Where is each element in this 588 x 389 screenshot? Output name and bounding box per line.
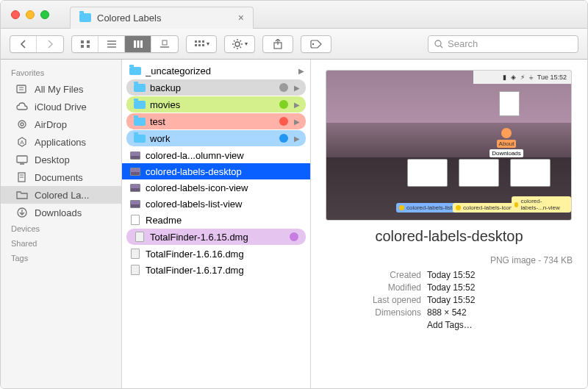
file-icon xyxy=(129,215,141,224)
file-item[interactable]: backup▶ xyxy=(126,79,306,96)
apps-icon: A xyxy=(15,136,29,148)
sidebar-item-documents[interactable]: Documents xyxy=(1,168,121,186)
close-tab-icon[interactable]: × xyxy=(238,12,244,24)
icon-view-button[interactable] xyxy=(72,36,98,52)
file-item[interactable]: movies▶ xyxy=(126,96,306,113)
chevron-right-icon: ▶ xyxy=(294,118,300,126)
folder-icon xyxy=(15,189,29,201)
meta-value: Today 15:52 xyxy=(427,295,475,305)
action-button[interactable]: ▾ xyxy=(224,35,255,53)
sidebar: Favorites All My FilesiCloud DriveAirDro… xyxy=(1,60,122,389)
file-name: colored-labels-icon-view xyxy=(146,182,304,193)
all-files-icon xyxy=(15,83,29,95)
forward-button[interactable] xyxy=(37,36,63,52)
sidebar-item-label: Downloads xyxy=(35,207,82,218)
file-icon xyxy=(134,232,146,241)
sidebar-item-cloud[interactable]: iCloud Drive xyxy=(1,98,121,115)
search-placeholder: Search xyxy=(448,38,478,49)
svg-rect-10 xyxy=(162,40,167,45)
svg-line-31 xyxy=(440,46,442,48)
file-icon xyxy=(134,134,146,143)
search-field[interactable]: Search xyxy=(428,35,578,53)
sidebar-item-folder[interactable]: Colored La... xyxy=(1,186,121,204)
toolbar: ▾ ▾ Search xyxy=(1,29,587,60)
file-icon xyxy=(134,117,146,126)
file-item[interactable]: work▶ xyxy=(126,130,306,146)
svg-line-26 xyxy=(240,40,241,42)
file-icon xyxy=(129,167,141,176)
file-item[interactable]: colored-la...olumn-view xyxy=(122,147,310,163)
chevron-right-icon: ▶ xyxy=(294,135,300,143)
file-item[interactable]: colored-labels-icon-view xyxy=(122,179,310,196)
file-name: Readme xyxy=(146,215,304,226)
preview-meta: PNG image - 734 KB xyxy=(326,255,573,265)
chevron-right-icon: ▶ xyxy=(298,67,304,75)
file-name: backup xyxy=(150,82,275,93)
sidebar-section-favorites: Favorites xyxy=(1,65,121,80)
chevron-down-icon: ▾ xyxy=(207,40,209,47)
file-icon xyxy=(134,83,146,92)
file-item[interactable]: TotalFinder-1.6.15.dmg xyxy=(126,229,306,245)
column-list[interactable]: _uncategorized▶backup▶movies▶test▶work▶c… xyxy=(122,60,311,389)
arrange-button[interactable]: ▾ xyxy=(186,35,217,53)
coverflow-view-button[interactable] xyxy=(151,36,178,52)
meta-key: Modified xyxy=(326,282,421,293)
tag-dot xyxy=(279,117,288,126)
svg-rect-15 xyxy=(195,44,197,46)
sidebar-section-tags: Tags xyxy=(1,251,121,265)
svg-point-35 xyxy=(18,121,26,128)
svg-rect-2 xyxy=(81,45,84,48)
sidebar-section-devices: Devices xyxy=(1,221,121,236)
preview-thumbnail: ▮◈⚡︎⏚Tue 15:52 About Downloads colored-l… xyxy=(326,70,572,221)
nav-buttons xyxy=(10,35,64,53)
file-name: work xyxy=(150,133,275,144)
back-button[interactable] xyxy=(10,36,37,52)
desktop-icon xyxy=(15,154,29,165)
file-item[interactable]: colored-labels-list-view xyxy=(122,196,310,212)
file-name: movies xyxy=(150,99,275,110)
meta-key: Dimensions xyxy=(326,307,421,318)
share-button[interactable] xyxy=(262,35,293,53)
sidebar-item-all-files[interactable]: All My Files xyxy=(1,80,121,98)
file-item[interactable]: colored-labels-desktop xyxy=(122,163,310,179)
sidebar-item-desktop[interactable]: Desktop xyxy=(1,151,121,168)
file-name: colored-la...olumn-view xyxy=(146,150,304,161)
chevron-right-icon: ▶ xyxy=(294,101,300,109)
svg-line-23 xyxy=(234,40,235,42)
file-item[interactable]: _uncategorized▶ xyxy=(122,63,310,79)
search-icon xyxy=(434,40,443,49)
svg-rect-13 xyxy=(198,40,201,43)
window-tab[interactable]: Colored Labels × xyxy=(70,7,254,29)
file-icon xyxy=(129,151,141,160)
svg-point-36 xyxy=(21,123,24,126)
list-view-button[interactable] xyxy=(98,36,125,52)
file-icon xyxy=(129,199,141,208)
meta-value: Today 15:52 xyxy=(427,282,475,293)
svg-rect-8 xyxy=(137,40,139,48)
airdrop-icon xyxy=(15,118,29,130)
sidebar-item-downloads[interactable]: Downloads xyxy=(1,204,121,221)
sidebar-item-label: Applications xyxy=(35,137,86,148)
file-item[interactable]: TotalFinder-1.6.16.dmg xyxy=(122,246,310,262)
add-tags-link[interactable]: Add Tags… xyxy=(427,320,473,330)
file-item[interactable]: TotalFinder-1.6.17.dmg xyxy=(122,262,310,278)
sidebar-item-airdrop[interactable]: AirDrop xyxy=(1,115,121,133)
svg-line-24 xyxy=(240,46,241,48)
file-name: test xyxy=(150,116,275,127)
svg-rect-7 xyxy=(134,40,136,48)
tags-button[interactable] xyxy=(301,35,331,53)
column-view-button[interactable] xyxy=(125,36,151,52)
file-item[interactable]: Readme xyxy=(122,212,310,228)
meta-value: Today 15:52 xyxy=(427,270,475,280)
close-window-button[interactable] xyxy=(11,10,20,19)
svg-rect-14 xyxy=(202,40,204,43)
file-name: colored-labels-desktop xyxy=(146,166,304,177)
sidebar-item-apps[interactable]: AApplications xyxy=(1,133,121,151)
thumb-label: colored-labels-...n-view xyxy=(512,196,571,213)
svg-rect-9 xyxy=(140,40,143,48)
minimize-window-button[interactable] xyxy=(26,10,35,19)
file-item[interactable]: test▶ xyxy=(126,113,306,129)
svg-text:A: A xyxy=(20,139,24,146)
maximize-window-button[interactable] xyxy=(40,10,49,19)
cloud-icon xyxy=(15,101,29,113)
